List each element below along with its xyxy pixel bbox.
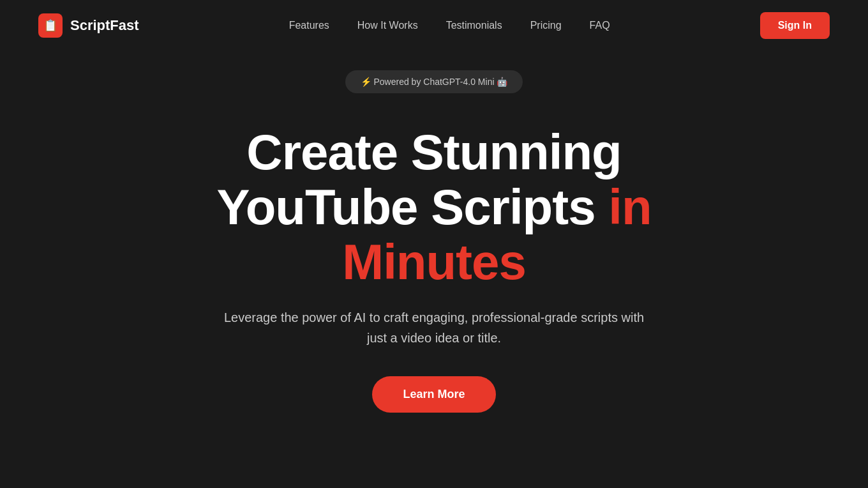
hero-title-line1: Create Stunning bbox=[246, 124, 621, 180]
nav-item-how-it-works[interactable]: How It Works bbox=[357, 20, 418, 31]
hero-title: Create Stunning YouTube Scripts in Minut… bbox=[216, 125, 651, 289]
hero-section: ⚡ Powered by ChatGPT-4.0 Mini 🤖 Create S… bbox=[0, 70, 868, 413]
hero-title-line2-red: in bbox=[595, 179, 652, 235]
nav-link-faq[interactable]: FAQ bbox=[590, 20, 610, 31]
nav-links: Features How It Works Testimonials Prici… bbox=[289, 20, 610, 31]
powered-badge: ⚡ Powered by ChatGPT-4.0 Mini 🤖 bbox=[345, 70, 523, 93]
hero-title-line2-white: YouTube Scripts bbox=[216, 179, 595, 235]
nav-link-testimonials[interactable]: Testimonials bbox=[446, 20, 502, 31]
nav-item-testimonials[interactable]: Testimonials bbox=[446, 20, 502, 31]
nav-link-how-it-works[interactable]: How It Works bbox=[357, 20, 418, 31]
nav-item-features[interactable]: Features bbox=[289, 20, 329, 31]
learn-more-button[interactable]: Learn More bbox=[372, 376, 495, 413]
nav-link-pricing[interactable]: Pricing bbox=[530, 20, 562, 31]
nav-item-pricing[interactable]: Pricing bbox=[530, 20, 562, 31]
sign-in-button[interactable]: Sign In bbox=[760, 12, 830, 39]
hero-subtitle: Leverage the power of AI to craft engagi… bbox=[223, 307, 645, 348]
nav-item-faq[interactable]: FAQ bbox=[590, 20, 610, 31]
logo-link[interactable]: 📋 ScriptFast bbox=[38, 13, 139, 38]
logo-icon: 📋 bbox=[38, 13, 63, 38]
navbar: 📋 ScriptFast Features How It Works Testi… bbox=[0, 0, 868, 51]
nav-link-features[interactable]: Features bbox=[289, 20, 329, 31]
brand-name: ScriptFast bbox=[70, 17, 139, 34]
hero-title-line3: Minutes bbox=[342, 234, 526, 290]
